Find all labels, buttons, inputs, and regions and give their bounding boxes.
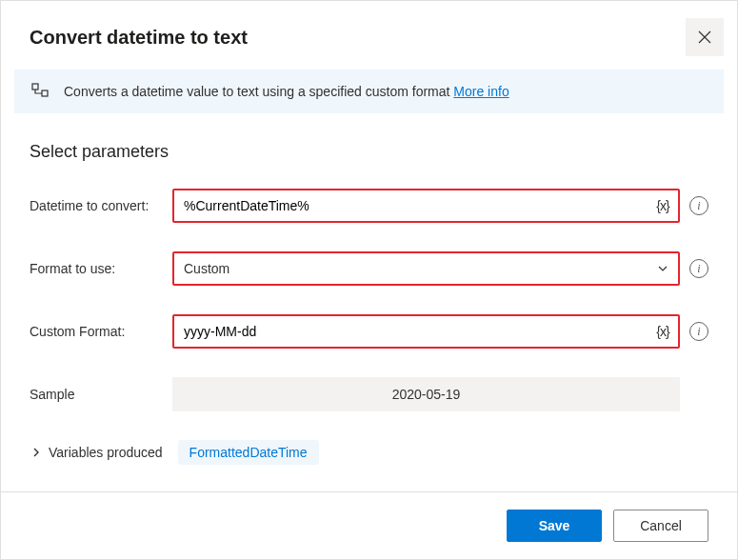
datetime-input-wrap: {x} bbox=[172, 189, 680, 223]
datetime-input[interactable] bbox=[174, 190, 648, 221]
info-banner: Converts a datetime value to text using … bbox=[14, 70, 724, 113]
cancel-button[interactable]: Cancel bbox=[613, 510, 708, 542]
svg-rect-1 bbox=[42, 90, 48, 96]
dialog-footer: Save Cancel bbox=[1, 491, 737, 559]
variables-produced-row: Variables produced FormattedDateTime bbox=[30, 440, 708, 465]
format-select-value: Custom bbox=[174, 253, 648, 284]
variable-pill[interactable]: FormattedDateTime bbox=[178, 440, 319, 465]
format-select-wrap[interactable]: Custom bbox=[172, 251, 680, 286]
more-info-link[interactable]: More info bbox=[453, 84, 509, 99]
custom-format-input[interactable] bbox=[174, 316, 648, 347]
dialog-title: Convert datetime to text bbox=[30, 27, 248, 49]
datetime-row: Datetime to convert: {x} i bbox=[30, 189, 708, 223]
close-button[interactable] bbox=[686, 18, 724, 56]
custom-format-label: Custom Format: bbox=[30, 324, 172, 339]
variable-picker-button[interactable]: {x} bbox=[648, 316, 678, 347]
format-row: Format to use: Custom i bbox=[30, 251, 708, 286]
sample-label: Sample bbox=[30, 387, 172, 402]
info-icon[interactable]: i bbox=[689, 322, 708, 341]
banner-text: Converts a datetime value to text using … bbox=[64, 84, 509, 99]
format-label: Format to use: bbox=[30, 261, 172, 276]
variable-picker-button[interactable]: {x} bbox=[648, 190, 678, 221]
variables-produced-label: Variables produced bbox=[49, 445, 163, 460]
sample-row: Sample 2020-05-19 bbox=[30, 377, 708, 411]
dialog-header: Convert datetime to text bbox=[1, 1, 737, 70]
chevron-right-icon[interactable] bbox=[30, 448, 43, 457]
info-icon[interactable]: i bbox=[689, 259, 708, 278]
svg-rect-0 bbox=[32, 84, 38, 90]
custom-format-row: Custom Format: {x} i bbox=[30, 314, 708, 349]
content-area: Select parameters Datetime to convert: {… bbox=[1, 113, 737, 491]
section-title: Select parameters bbox=[30, 142, 708, 162]
close-icon bbox=[698, 30, 711, 44]
action-icon bbox=[31, 83, 49, 100]
custom-format-input-wrap: {x} bbox=[172, 314, 680, 349]
sample-value: 2020-05-19 bbox=[172, 377, 680, 411]
datetime-label: Datetime to convert: bbox=[30, 198, 172, 213]
chevron-down-icon bbox=[648, 253, 678, 284]
save-button[interactable]: Save bbox=[507, 510, 602, 542]
info-icon[interactable]: i bbox=[689, 196, 708, 215]
